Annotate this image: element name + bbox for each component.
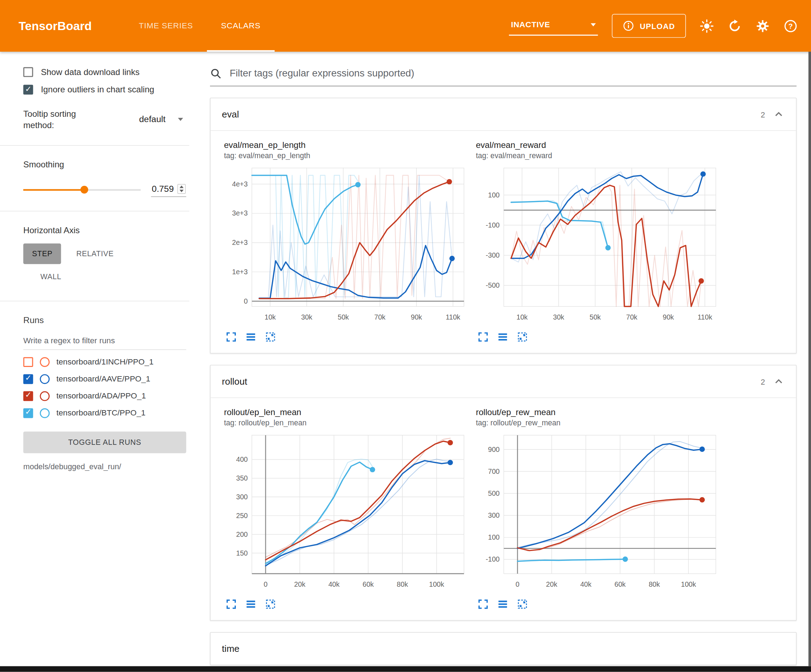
fit-to-data-icon[interactable] — [517, 598, 528, 610]
runs-filter-input[interactable] — [24, 333, 186, 350]
dropdown-caret-icon — [591, 24, 596, 27]
select-caret-icon — [178, 118, 183, 121]
axis-option-relative[interactable]: RELATIVE — [68, 243, 122, 264]
run-row-1inch[interactable]: tensorboard/1INCH/PPO_1 — [24, 357, 186, 367]
tab-scalars[interactable]: SCALARS — [207, 0, 275, 52]
run-row-aave[interactable]: tensorboard/AAVE/PPO_1 — [24, 374, 186, 384]
svg-text:110k: 110k — [698, 313, 712, 321]
tooltip-sorting-row: Tooltip sorting method: default — [24, 108, 186, 131]
tab-time-series[interactable]: TIME SERIES — [125, 0, 207, 52]
ignore-outliers-row[interactable]: Ignore outliers in chart scaling — [24, 85, 186, 95]
smoothing-value-input[interactable]: 0.759 — [151, 183, 186, 196]
tooltip-sorting-select[interactable]: default — [139, 114, 183, 125]
run-checkbox[interactable] — [24, 374, 33, 384]
chart-tag: tag: rollout/ep_rew_mean — [476, 419, 728, 427]
axis-option-wall[interactable]: WALL — [32, 266, 70, 286]
svg-text:500: 500 — [488, 489, 500, 497]
run-checkbox[interactable] — [24, 357, 33, 367]
svg-text:-100: -100 — [485, 221, 499, 229]
card-rollout: rollout 2 rollout/ep_len_mean tag: rollo… — [210, 365, 796, 621]
run-color-circle[interactable] — [40, 374, 49, 384]
run-color-circle[interactable] — [40, 391, 49, 401]
svg-text:90k: 90k — [663, 313, 674, 321]
data-series-icon[interactable] — [497, 598, 509, 610]
brightness-icon[interactable] — [700, 19, 714, 32]
svg-text:80k: 80k — [397, 581, 408, 588]
maximize-chart-icon[interactable] — [226, 331, 237, 342]
run-checkbox[interactable] — [24, 408, 33, 418]
show-download-links-checkbox[interactable] — [24, 67, 33, 77]
card-chart-count: 2 — [761, 110, 765, 118]
runs-logdir-path: models/debugged_eval_run/ — [24, 462, 186, 471]
svg-text:70k: 70k — [374, 313, 386, 321]
svg-text:200: 200 — [236, 530, 248, 538]
upload-button[interactable]: UPLOAD — [612, 14, 686, 37]
card-eval-header[interactable]: eval 2 — [210, 98, 796, 130]
settings-gear-icon[interactable] — [756, 19, 770, 32]
run-row-btc[interactable]: tensorboard/BTC/PPO_1 — [24, 408, 186, 418]
card-title: eval — [222, 108, 239, 120]
svg-text:110k: 110k — [446, 313, 460, 321]
refresh-icon[interactable] — [728, 19, 741, 32]
chart-canvas-rollout-ep-len-mean[interactable]: 020k40k60k80k100k150200250300350400 — [224, 430, 467, 595]
maximize-chart-icon[interactable] — [477, 331, 489, 342]
svg-text:-100: -100 — [485, 555, 499, 563]
svg-text:2e+3: 2e+3 — [232, 239, 248, 246]
collapse-chevron-up-icon[interactable] — [773, 376, 785, 388]
run-color-circle[interactable] — [40, 357, 49, 367]
chart-tag: tag: eval/mean_reward — [476, 151, 728, 159]
maximize-chart-icon[interactable] — [226, 598, 237, 610]
card-rollout-header[interactable]: rollout 2 — [210, 366, 796, 398]
step-up-icon[interactable] — [180, 185, 184, 188]
maximize-chart-icon[interactable] — [477, 598, 489, 610]
collapse-chevron-up-icon[interactable] — [773, 108, 785, 120]
chart-rollout-ep-len-mean: rollout/ep_len_mean tag: rollout/ep_len_… — [224, 407, 476, 610]
svg-text:0: 0 — [263, 581, 267, 588]
run-label: tensorboard/BTC/PPO_1 — [56, 408, 146, 418]
chart-canvas-eval-mean-ep-length[interactable]: 10k30k50k70k90k110k01e+32e+33e+34e+3 — [224, 163, 467, 328]
help-icon[interactable]: ? — [784, 19, 797, 32]
collapse-chevron-down-icon[interactable] — [773, 643, 785, 655]
chart-canvas-rollout-ep-rew-mean[interactable]: 020k40k60k80k100k900700500300100-100 — [476, 430, 719, 595]
svg-text:4e+3: 4e+3 — [232, 180, 248, 188]
chart-canvas-eval-mean-reward[interactable]: 10k30k50k70k90k110k100-100-300-500 — [476, 163, 719, 328]
svg-text:0: 0 — [516, 581, 519, 588]
tag-filter-bar — [210, 67, 796, 86]
ignore-outliers-label: Ignore outliers in chart scaling — [41, 85, 154, 95]
axis-option-step[interactable]: STEP — [24, 243, 61, 264]
smoothing-slider[interactable] — [24, 189, 141, 190]
svg-text:350: 350 — [236, 474, 248, 482]
toggle-all-runs-button[interactable]: TOGGLE ALL RUNS — [24, 432, 186, 453]
fit-to-data-icon[interactable] — [265, 331, 276, 342]
dashboard-main: eval 2 eval/mean_ep_length tag: eval/mea… — [202, 52, 811, 672]
svg-text:?: ? — [788, 22, 793, 30]
app-title: TensorBoard — [19, 0, 92, 52]
step-down-icon[interactable] — [180, 190, 184, 192]
data-status-dropdown[interactable]: INACTIVE — [509, 16, 598, 36]
main-tabs: TIME SERIES SCALARS — [125, 0, 275, 52]
data-series-icon[interactable] — [245, 598, 256, 610]
svg-text:10k: 10k — [516, 313, 528, 321]
svg-text:0: 0 — [244, 297, 248, 305]
chart-toolbar — [476, 598, 728, 610]
runs-section-title: Runs — [24, 315, 186, 325]
run-checkbox[interactable] — [24, 391, 33, 401]
smoothing-slider-thumb[interactable] — [80, 186, 88, 193]
ignore-outliers-checkbox[interactable] — [24, 85, 33, 95]
card-time-header[interactable]: time — [210, 633, 796, 665]
bottom-edge-bar — [0, 666, 811, 672]
show-download-links-row[interactable]: Show data download links — [24, 67, 186, 77]
filter-tags-input[interactable] — [229, 67, 797, 80]
vertical-scrollbar[interactable] — [809, 52, 811, 666]
run-row-ada[interactable]: tensorboard/ADA/PPO_1 — [24, 391, 186, 401]
card-chart-count: 2 — [761, 377, 765, 386]
fit-to-data-icon[interactable] — [517, 331, 528, 342]
data-series-icon[interactable] — [245, 331, 256, 342]
run-color-circle[interactable] — [40, 408, 49, 418]
svg-text:70k: 70k — [626, 313, 638, 321]
fit-to-data-icon[interactable] — [265, 598, 276, 610]
smoothing-stepper[interactable] — [177, 184, 186, 194]
svg-text:100: 100 — [488, 533, 500, 541]
data-series-icon[interactable] — [497, 331, 509, 342]
divider — [0, 300, 190, 301]
